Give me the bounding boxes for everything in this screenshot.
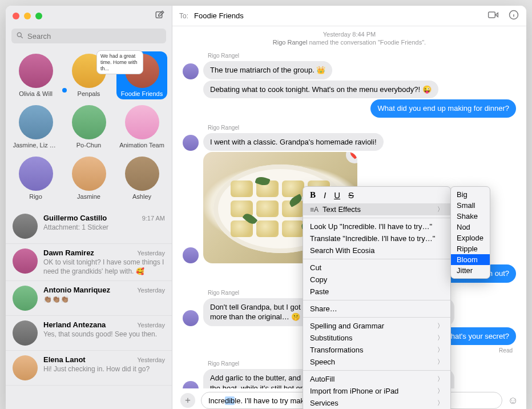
pinned-conversation[interactable]: Olivia & Will [10,51,61,99]
avatar [13,355,38,380]
italic-button[interactable]: I [324,190,326,200]
minimize-icon[interactable] [24,13,31,19]
avatar [19,54,53,88]
info-icon[interactable] [508,9,519,23]
thread-timestamp: Yesterday 8:44 PM [183,31,516,38]
to-value: Foodie Friends [194,11,244,20]
chevron-right-icon: 〉 [437,375,444,383]
pinned-conversation[interactable]: Ashley [116,154,167,202]
message-bubble[interactable]: I went with a classic. Grandpa's homemad… [203,133,384,151]
conversation-row[interactable]: Antonio Manriquez Yesterday 👏🏽👏🏽👏🏽 [6,281,172,316]
pinned-conversation[interactable]: Animation Team [116,103,167,151]
conversation-name: Antonio Manriquez [43,286,110,294]
conversation-row[interactable]: Dawn Ramirez Yesterday OK to visit tonig… [6,244,172,281]
menu-share[interactable]: Share… [303,303,450,315]
header-actions [487,9,519,23]
submenu-item[interactable]: Nod [451,222,490,232]
fullscreen-icon[interactable] [35,13,42,19]
pin-label: Jasmine [77,193,100,200]
search-icon [16,31,24,41]
submenu-item[interactable]: Big [451,189,490,200]
submenu-item[interactable]: Shake [451,211,490,222]
emoji-button[interactable]: ☺ [508,395,518,407]
underline-button[interactable]: U [334,190,340,200]
conversation-row[interactable]: Elena Lanot Yesterday Hi! Just checking … [6,351,172,386]
conversation-row[interactable]: Guillermo Castillo 9:17 AM Attachment: 1… [6,209,172,244]
conversation-preview: Attachment: 1 Sticker [43,223,165,232]
tapback-heart-icon[interactable]: ❤️ [346,152,357,163]
submenu-item[interactable]: Small [451,200,490,211]
conversation-time: 9:17 AM [142,215,165,222]
bold-button[interactable]: B [310,190,316,200]
svg-rect-2 [489,12,495,18]
conversation-preview: Hi! Just checking in. How did it go? [43,365,165,374]
chevron-right-icon: 〉 [437,205,444,214]
facetime-icon[interactable] [487,9,499,23]
menu-separator [303,317,450,318]
avatar [19,157,53,191]
menu-import[interactable]: Import from iPhone or iPad〉 [303,385,450,397]
avatar [183,63,199,79]
menu-cut[interactable]: Cut [303,262,450,274]
avatar [19,105,53,139]
pinned-conversation[interactable]: Rigo [10,154,61,202]
message-row: I went with a classic. Grandpa's homemad… [183,133,516,151]
avatar [13,248,38,274]
menu-copy[interactable]: Copy [303,274,450,286]
menu-separator [303,370,450,371]
pinned-conversation[interactable]: Po-Chun [63,103,114,151]
menu-paste[interactable]: Paste [303,286,450,298]
message-bubble[interactable]: The true matriarch of the group. 👑 [203,61,332,79]
strikethrough-button[interactable]: S [348,190,354,200]
submenu-item[interactable]: Ripple [451,243,490,254]
menu-substitutions[interactable]: Substitutions〉 [303,332,450,344]
pinned-conversations: Olivia & Will We had a great time. Home … [6,48,172,209]
apps-button[interactable]: + [180,393,195,408]
submenu-item[interactable]: Explode [451,232,490,243]
menu-translate[interactable]: Translate "Incredible. I'll have to try…… [303,232,450,244]
close-icon[interactable] [13,13,19,19]
message-row: The true matriarch of the group. 👑 [183,61,516,79]
avatar [13,320,38,346]
thread-named-event: Rigo Rangel named the conversation "Food… [183,39,516,46]
pin-label: Ashley [132,193,151,200]
chevron-right-icon: 〉 [437,334,444,342]
submenu-item[interactable]: Bloom [451,254,490,265]
chevron-right-icon: 〉 [437,387,444,395]
menu-lookup[interactable]: Look Up "Incredible. I'll have to try…" [303,220,450,232]
menu-separator [303,300,450,300]
pinned-conversation[interactable]: Jasmine, Liz &… [10,103,61,151]
menu-speech[interactable]: Speech〉 [303,356,450,368]
avatar [72,105,106,139]
conversation-name: Dawn Ramirez [43,248,94,257]
pin-label: Jasmine, Liz &… [13,142,59,149]
conversation-time: Yesterday [137,322,165,328]
pinned-conversation[interactable]: We had a great time. Home with th... Pen… [63,51,114,99]
pin-label: Po-Chun [76,142,101,149]
conversation-name: Elena Lanot [43,355,86,364]
menu-spelling[interactable]: Spelling and Grammar〉 [303,320,450,332]
svg-point-1 [17,33,21,37]
menu-services[interactable]: Services〉 [303,397,450,409]
avatar [13,286,38,311]
format-row: B I U S [303,187,450,203]
avatar [183,247,199,263]
menu-search[interactable]: Search With Ecosia [303,244,450,256]
menu-transformations[interactable]: Transformations〉 [303,344,450,356]
avatar [125,105,159,139]
menu-autofill[interactable]: AutoFill〉 [303,373,450,385]
menu-text-effects[interactable]: ≡A Text Effects 〉 [303,203,450,215]
conversation-preview: OK to visit tonight? I have some things … [43,258,165,276]
message-bubble[interactable]: Debating what to cook tonight. What's on… [203,81,438,99]
conversation-time: Yesterday [137,250,165,256]
pinned-conversation[interactable]: Jasmine [63,154,114,202]
message-bubble[interactable]: What did you end up making for dinner? [370,99,516,118]
context-menu: B I U S ≡A Text Effects 〉 Look Up "Incre… [303,186,451,409]
search-container [11,29,166,43]
titlebar [6,6,172,26]
submenu-item[interactable]: Jitter [451,265,490,276]
conversation-preview: 👏🏽👏🏽👏🏽 [43,295,165,304]
search-input[interactable] [11,29,166,43]
compose-button[interactable] [155,10,165,23]
conversation-row[interactable]: Herland Antezana Yesterday Yes, that sou… [6,316,172,351]
